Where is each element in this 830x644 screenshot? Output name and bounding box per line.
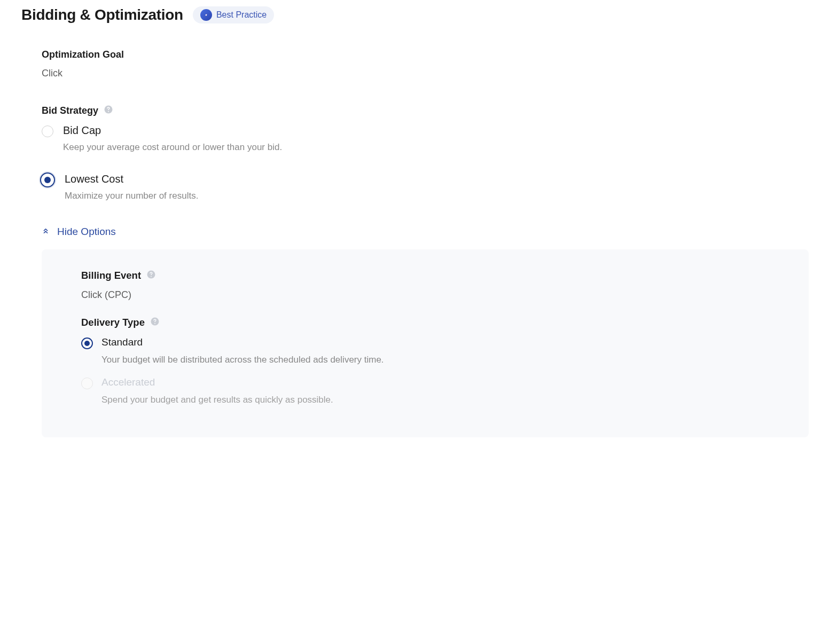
help-icon[interactable] — [104, 105, 113, 117]
svg-point-1 — [206, 14, 207, 15]
optimization-goal-label: Optimization Goal — [42, 49, 809, 60]
bid-cap-title: Bid Cap — [63, 124, 809, 137]
svg-point-3 — [108, 111, 109, 112]
delivery-type-label: Delivery Type — [81, 317, 769, 329]
svg-point-7 — [154, 323, 155, 324]
svg-point-5 — [151, 276, 152, 277]
billing-event-label: Billing Event — [81, 270, 769, 282]
accelerated-desc: Spend your budget and get results as qui… — [101, 394, 333, 406]
badge-label: Best Practice — [216, 10, 267, 20]
lowest-cost-desc: Maximize your number of results. — [65, 190, 809, 202]
help-icon[interactable] — [146, 270, 156, 282]
help-icon[interactable] — [150, 317, 160, 329]
hide-options-label: Hide Options — [57, 226, 116, 238]
lowest-cost-option[interactable]: Lowest Cost Maximize your number of resu… — [42, 173, 809, 202]
options-panel: Billing Event Click (CPC) Delivery Type — [42, 249, 809, 438]
bid-strategy-radio-group: Bid Cap Keep your average cost around or… — [42, 124, 809, 202]
accelerated-title: Accelerated — [101, 376, 333, 388]
billing-event-value: Click (CPC) — [81, 289, 769, 301]
delivery-accelerated-option: Accelerated Spend your budget and get re… — [81, 376, 769, 406]
hide-options-toggle[interactable]: Hide Options — [42, 226, 809, 238]
radio-disabled-icon — [81, 378, 93, 389]
lowest-cost-title: Lowest Cost — [65, 173, 809, 185]
standard-desc: Your budget will be distributed across t… — [101, 354, 384, 366]
radio-icon — [42, 125, 53, 137]
standard-title: Standard — [101, 336, 384, 348]
bid-strategy-label: Bid Strategy — [42, 105, 809, 117]
radio-selected-icon — [40, 172, 55, 187]
best-practice-badge[interactable]: Best Practice — [193, 6, 274, 23]
page-header: Bidding & Optimization Best Practice — [21, 6, 809, 23]
chevron-double-up-icon — [42, 226, 50, 238]
bid-cap-option[interactable]: Bid Cap Keep your average cost around or… — [42, 124, 809, 154]
radio-selected-icon — [81, 337, 93, 349]
page-title: Bidding & Optimization — [21, 6, 183, 23]
compass-icon — [200, 9, 212, 21]
optimization-goal-value: Click — [42, 68, 809, 79]
delivery-standard-option[interactable]: Standard Your budget will be distributed… — [81, 336, 769, 366]
bid-cap-desc: Keep your average cost around or lower t… — [63, 141, 809, 154]
